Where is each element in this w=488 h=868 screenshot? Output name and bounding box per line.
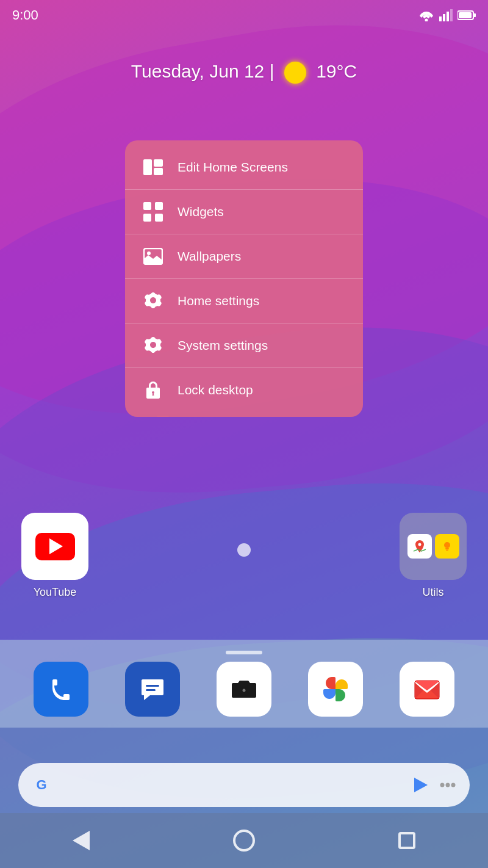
wallpapers-icon [142,245,164,267]
svg-rect-18 [445,548,449,549]
svg-rect-20 [146,685,159,687]
menu-item-wallpapers[interactable]: Wallpapers [125,234,363,279]
svg-rect-13 [143,214,151,222]
menu-item-home-settings[interactable]: Home settings [125,279,363,324]
menu-item-edit-home-screens[interactable]: Edit Home Screens [125,145,363,190]
menu-item-lock-desktop[interactable]: Lock desktop [125,368,363,412]
phone-app-icon[interactable] [34,662,88,717]
svg-rect-11 [143,202,151,210]
lock-icon [142,379,164,401]
nav-home-button[interactable] [229,825,259,856]
menu-label-wallpapers: Wallpapers [178,249,241,264]
svg-point-28 [440,783,445,787]
battery-icon [458,10,476,21]
gmail-app-icon[interactable] [400,662,454,717]
youtube-play-button [35,533,75,560]
play-store-icon[interactable] [411,776,429,794]
svg-point-29 [446,783,450,787]
svg-rect-6 [473,13,476,17]
edit-home-icon [142,156,164,178]
menu-label-lock-desktop: Lock desktop [178,383,253,397]
status-time: 9:00 [12,7,38,23]
svg-rect-7 [459,12,472,18]
svg-rect-9 [154,159,163,167]
dock-apps [15,662,473,717]
sun-icon [284,62,306,84]
menu-item-system-settings[interactable]: System settings [125,324,363,368]
menu-label-edit-home: Edit Home Screens [178,160,288,175]
utils-icon [400,513,467,580]
menu-label-system-settings: System settings [178,338,268,353]
dock-handle [226,651,262,654]
page-dot [237,543,251,557]
utils-grid [403,529,464,563]
svg-rect-10 [154,168,163,175]
status-bar: 9:00 [0,0,488,31]
tips-mini-icon [435,534,459,559]
svg-point-17 [444,542,450,548]
svg-point-30 [451,783,456,787]
nav-home-icon [233,830,255,852]
utils-label: Utils [423,586,444,599]
svg-point-0 [425,19,428,22]
system-settings-icon [142,335,164,356]
youtube-icon [21,513,88,580]
dock [0,640,488,728]
status-icons [418,9,476,21]
nav-back-button[interactable] [66,825,96,856]
widgets-icon [142,201,164,223]
svg-rect-12 [155,202,163,210]
svg-rect-2 [443,14,445,21]
date-text: Tuesday, Jun 12 | 19°C [131,61,357,81]
svg-rect-14 [155,214,163,222]
utils-app[interactable]: Utils [396,513,470,599]
date-weather: Tuesday, Jun 12 | 19°C [0,61,488,84]
youtube-triangle [49,538,63,554]
svg-point-24 [243,689,246,692]
page-indicator-area [237,513,251,599]
photos-app-icon[interactable] [308,662,363,717]
svg-rect-8 [143,159,152,175]
youtube-app[interactable]: YouTube [18,513,92,599]
desktop-icons: YouTube [0,513,488,599]
nav-back-icon [73,831,90,850]
camera-app-icon[interactable] [217,662,271,717]
home-settings-icon [142,290,164,312]
svg-rect-3 [447,12,449,21]
maps-mini-icon [407,534,432,559]
nav-recent-icon [398,832,415,849]
svg-point-16 [147,251,151,255]
menu-label-widgets: Widgets [178,204,224,219]
google-logo: G [30,774,52,796]
youtube-label: YouTube [34,586,77,599]
svg-rect-21 [146,689,156,691]
svg-rect-4 [450,9,453,21]
svg-rect-19 [446,550,448,551]
nav-bar [0,813,488,868]
menu-item-widgets[interactable]: Widgets [125,190,363,234]
wifi-icon [418,9,434,21]
google-dots-icon[interactable] [438,775,458,795]
context-menu: Edit Home Screens Widgets Wallpapers [125,140,363,417]
nav-recent-button[interactable] [392,825,422,856]
messages-app-icon[interactable] [125,662,180,717]
signal-icon [439,9,453,21]
menu-label-home-settings: Home settings [178,294,259,308]
wallpaper [0,0,488,868]
svg-rect-1 [439,16,442,21]
search-bar[interactable]: G [18,763,470,807]
search-bar-icons [411,775,458,795]
